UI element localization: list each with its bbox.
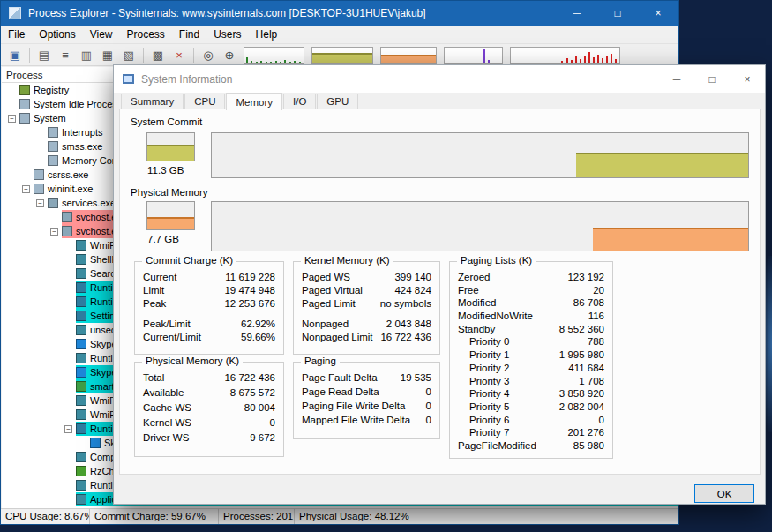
toolbar-separator [143, 48, 144, 63]
graph-spike [483, 49, 485, 63]
graph-spike [571, 60, 573, 63]
menu-help[interactable]: Help [249, 26, 285, 44]
ok-button[interactable]: OK [694, 484, 754, 503]
main-titlebar[interactable]: Process Explorer - Sysinternals: www.sys… [1, 1, 678, 26]
commit-group: Commit Charge (K)Current11 619 228Limit1… [134, 261, 284, 355]
find-window-icon[interactable]: ⊕ [221, 47, 238, 64]
columns-icon[interactable]: ▥ [78, 47, 95, 64]
graph-spike [256, 62, 258, 63]
minimize-button[interactable]: ─ [557, 1, 597, 26]
system-info-icon[interactable]: ▤ [35, 47, 53, 64]
stat-row: Priority 0788 [458, 336, 604, 349]
maximize-button[interactable]: □ [597, 1, 638, 26]
collapse-toggle[interactable]: − [8, 115, 16, 123]
graph-spike [266, 62, 267, 63]
dialog-maximize-button[interactable]: □ [694, 65, 730, 93]
kill-process-icon[interactable]: × [170, 47, 188, 64]
menu-find[interactable]: Find [172, 26, 206, 44]
graph-fill [381, 55, 436, 63]
graph-spike [611, 54, 612, 63]
menu-file[interactable]: File [1, 26, 32, 44]
system-commit-value: 11.3 GB [147, 165, 184, 176]
process-icon [76, 494, 86, 505]
stat-row: Priority 60 [458, 415, 604, 428]
commit-history-graph[interactable] [311, 47, 373, 64]
cpu-history-graph[interactable] [244, 47, 304, 64]
stat-value: 85 980 [573, 440, 604, 453]
dialog-close-button[interactable]: × [730, 65, 765, 93]
stat-value: 399 140 [394, 272, 431, 285]
collapse-toggle[interactable]: − [22, 185, 30, 193]
stat-value: 0 [270, 417, 275, 432]
tab-summary[interactable]: Summary [121, 94, 184, 109]
process-icon [76, 254, 86, 265]
tab-io[interactable]: I/O [283, 94, 316, 109]
collapse-toggle[interactable]: − [36, 199, 44, 207]
menu-options[interactable]: Options [32, 26, 82, 44]
network-history-graph[interactable] [510, 47, 620, 64]
process-icon [76, 452, 86, 462]
physical-memory-history-graph[interactable] [211, 201, 749, 251]
phys-group: Physical Memory (K)Total16 722 436Availa… [134, 362, 284, 457]
process-icon [62, 212, 72, 222]
tab-cpu[interactable]: CPU [184, 94, 225, 109]
stat-value: 201 276 [567, 427, 604, 440]
stat-row: Priority 43 858 920 [458, 388, 604, 401]
menu-process[interactable]: Process [120, 26, 172, 44]
io-history-graph[interactable] [444, 47, 503, 64]
system-commit-mini-graph[interactable] [146, 132, 195, 161]
save-icon[interactable]: ▣ [6, 47, 24, 64]
stat-value: 788 [588, 336, 604, 349]
group-spacer [302, 311, 431, 318]
collapse-toggle[interactable]: − [50, 228, 58, 236]
properties-icon[interactable]: ▩ [149, 47, 167, 64]
stat-label: PageFileModified [458, 440, 536, 453]
paging-group: PagingPage Fault Delta19 535Page Read De… [293, 362, 440, 439]
process-icon [48, 127, 58, 138]
stat-value: 0 [426, 415, 431, 429]
tree-view-icon[interactable]: ≡ [56, 47, 74, 64]
dialog-titlebar[interactable]: System Information ─ □ × [114, 65, 765, 93]
stat-label: Standby [458, 324, 495, 337]
graph-spike [575, 56, 577, 63]
main-window-title: Process Explorer - Sysinternals: www.sys… [28, 7, 557, 19]
stat-value: 8 675 572 [230, 387, 275, 402]
dll-view-icon[interactable]: ▦ [99, 47, 116, 64]
stat-value: 86 708 [573, 297, 604, 311]
stat-label: Free [458, 285, 479, 298]
menu-users[interactable]: Users [206, 26, 248, 44]
dialog-minimize-button[interactable]: ─ [659, 65, 694, 93]
stat-label: Total [143, 372, 164, 387]
physical-memory-mini-graph[interactable] [146, 201, 195, 230]
menu-view[interactable]: View [83, 26, 120, 44]
stat-value: 1 708 [579, 376, 604, 389]
tab-memory[interactable]: Memory [226, 93, 282, 110]
tab-gpu[interactable]: GPU [317, 94, 358, 109]
close-button[interactable]: × [638, 1, 678, 26]
status-bar: CPU Usage: 8.67%Commit Charge: 59.67%Pro… [1, 508, 678, 524]
find-handle-icon[interactable]: ◎ [199, 47, 217, 64]
stat-label: Priority 0 [458, 336, 509, 349]
system-commit-history-graph[interactable] [211, 132, 749, 178]
stat-row: Priority 11 995 980 [458, 349, 604, 363]
collapse-toggle[interactable]: − [64, 425, 72, 433]
graph-spike [275, 61, 277, 63]
process-icon [76, 339, 86, 349]
process-icon [34, 184, 44, 194]
physical-memory-value: 7.7 GB [147, 234, 179, 244]
system-commit-label: System Commit [131, 116, 202, 127]
handles-view-icon[interactable]: ▧ [120, 47, 138, 64]
process-icon [76, 296, 86, 307]
stat-label: Current/Limit [143, 332, 201, 345]
stat-row: Available8 675 572 [143, 387, 275, 402]
process-name: wininit.exe [48, 184, 93, 194]
graph-spike [580, 59, 581, 63]
process-icon [76, 367, 86, 378]
physical-history-graph[interactable] [380, 47, 437, 64]
stat-row: Paged Limitno symbols [302, 298, 431, 311]
commit-history-fill [576, 153, 748, 177]
process-icon [34, 169, 44, 180]
stat-label: Priority 5 [458, 401, 509, 415]
stat-row: Free20 [458, 285, 604, 298]
graph-spike [246, 57, 248, 63]
